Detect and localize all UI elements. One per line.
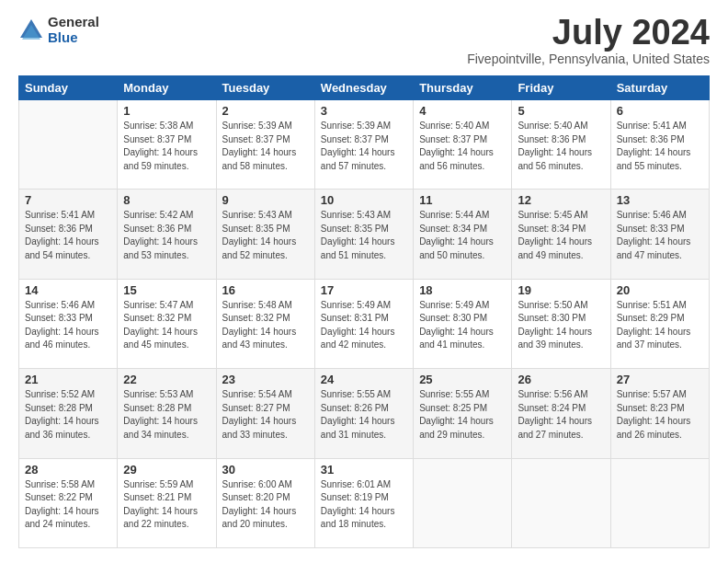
header-day: Monday (118, 76, 216, 100)
day-number: 12 (518, 193, 604, 207)
calendar-cell: 13Sunrise: 5:46 AM Sunset: 8:33 PM Dayli… (610, 190, 709, 279)
day-number: 19 (518, 283, 604, 297)
calendar-cell: 17Sunrise: 5:49 AM Sunset: 8:31 PM Dayli… (314, 279, 413, 368)
title-section: July 2024 Fivepointville, Pennsylvania, … (467, 15, 710, 66)
calendar-cell: 19Sunrise: 5:50 AM Sunset: 8:30 PM Dayli… (512, 279, 610, 368)
calendar: SundayMondayTuesdayWednesdayThursdayFrid… (18, 75, 710, 548)
calendar-cell: 1Sunrise: 5:38 AM Sunset: 8:37 PM Daylig… (118, 100, 216, 190)
calendar-cell: 26Sunrise: 5:56 AM Sunset: 8:24 PM Dayli… (512, 369, 610, 458)
header-day: Tuesday (216, 76, 314, 100)
calendar-cell: 10Sunrise: 5:43 AM Sunset: 8:35 PM Dayli… (314, 190, 413, 279)
day-number: 16 (222, 283, 309, 297)
calendar-cell: 18Sunrise: 5:49 AM Sunset: 8:30 PM Dayli… (414, 279, 512, 368)
day-info: Sunrise: 5:58 AM Sunset: 8:22 PM Dayligh… (25, 478, 111, 532)
day-info: Sunrise: 5:56 AM Sunset: 8:24 PM Dayligh… (518, 388, 604, 442)
day-info: Sunrise: 5:40 AM Sunset: 8:37 PM Dayligh… (419, 120, 506, 173)
day-info: Sunrise: 5:53 AM Sunset: 8:28 PM Dayligh… (123, 388, 210, 442)
calendar-cell (512, 458, 610, 547)
day-number: 28 (25, 463, 111, 477)
day-number: 30 (222, 463, 309, 477)
day-info: Sunrise: 5:52 AM Sunset: 8:28 PM Dayligh… (25, 388, 111, 442)
day-info: Sunrise: 5:54 AM Sunset: 8:27 PM Dayligh… (222, 388, 309, 442)
day-info: Sunrise: 5:47 AM Sunset: 8:32 PM Dayligh… (123, 299, 210, 352)
calendar-cell: 24Sunrise: 5:55 AM Sunset: 8:26 PM Dayli… (314, 369, 413, 458)
calendar-cell (610, 458, 709, 547)
month-title: July 2024 (467, 15, 710, 50)
day-info: Sunrise: 5:49 AM Sunset: 8:30 PM Dayligh… (419, 299, 506, 352)
header: General Blue July 2024 Fivepointville, P… (18, 15, 710, 66)
logo-icon (18, 17, 44, 43)
calendar-cell: 29Sunrise: 5:59 AM Sunset: 8:21 PM Dayli… (118, 458, 216, 547)
calendar-cell: 15Sunrise: 5:47 AM Sunset: 8:32 PM Dayli… (118, 279, 216, 368)
calendar-cell: 21Sunrise: 5:52 AM Sunset: 8:28 PM Dayli… (19, 369, 118, 458)
day-info: Sunrise: 5:43 AM Sunset: 8:35 PM Dayligh… (222, 209, 309, 262)
week-row: 21Sunrise: 5:52 AM Sunset: 8:28 PM Dayli… (19, 369, 710, 458)
day-number: 18 (419, 283, 506, 297)
day-number: 9 (222, 193, 309, 207)
calendar-cell: 5Sunrise: 5:40 AM Sunset: 8:36 PM Daylig… (512, 100, 610, 190)
calendar-cell: 7Sunrise: 5:41 AM Sunset: 8:36 PM Daylig… (19, 190, 118, 279)
header-day: Wednesday (314, 76, 413, 100)
day-info: Sunrise: 5:49 AM Sunset: 8:31 PM Dayligh… (321, 299, 407, 352)
day-info: Sunrise: 5:44 AM Sunset: 8:34 PM Dayligh… (419, 209, 506, 262)
calendar-cell: 31Sunrise: 6:01 AM Sunset: 8:19 PM Dayli… (314, 458, 413, 547)
day-number: 10 (321, 193, 407, 207)
day-number: 8 (123, 193, 210, 207)
day-number: 22 (123, 373, 210, 386)
day-number: 20 (617, 283, 703, 297)
day-number: 27 (617, 373, 703, 386)
location: Fivepointville, Pennsylvania, United Sta… (467, 52, 710, 66)
week-row: 7Sunrise: 5:41 AM Sunset: 8:36 PM Daylig… (19, 190, 710, 279)
day-number: 26 (518, 373, 604, 386)
day-info: Sunrise: 5:46 AM Sunset: 8:33 PM Dayligh… (617, 209, 703, 262)
page: General Blue July 2024 Fivepointville, P… (0, 0, 728, 563)
calendar-cell: 9Sunrise: 5:43 AM Sunset: 8:35 PM Daylig… (216, 190, 314, 279)
calendar-cell: 11Sunrise: 5:44 AM Sunset: 8:34 PM Dayli… (414, 190, 512, 279)
calendar-cell: 6Sunrise: 5:41 AM Sunset: 8:36 PM Daylig… (610, 100, 709, 190)
calendar-cell: 30Sunrise: 6:00 AM Sunset: 8:20 PM Dayli… (216, 458, 314, 547)
day-number: 6 (617, 104, 703, 118)
day-info: Sunrise: 5:46 AM Sunset: 8:33 PM Dayligh… (25, 299, 111, 352)
header-day: Saturday (610, 76, 709, 100)
day-info: Sunrise: 5:50 AM Sunset: 8:30 PM Dayligh… (518, 299, 604, 352)
calendar-cell: 4Sunrise: 5:40 AM Sunset: 8:37 PM Daylig… (414, 100, 512, 190)
day-number: 3 (321, 104, 407, 118)
day-info: Sunrise: 5:39 AM Sunset: 8:37 PM Dayligh… (321, 120, 407, 173)
day-number: 25 (419, 373, 506, 386)
day-info: Sunrise: 5:40 AM Sunset: 8:36 PM Dayligh… (518, 120, 604, 173)
header-day: Friday (512, 76, 610, 100)
day-number: 15 (123, 283, 210, 297)
day-number: 14 (25, 283, 111, 297)
day-info: Sunrise: 5:43 AM Sunset: 8:35 PM Dayligh… (321, 209, 407, 262)
day-number: 21 (25, 373, 111, 386)
calendar-cell: 14Sunrise: 5:46 AM Sunset: 8:33 PM Dayli… (19, 279, 118, 368)
day-info: Sunrise: 5:38 AM Sunset: 8:37 PM Dayligh… (123, 120, 210, 173)
calendar-cell: 8Sunrise: 5:42 AM Sunset: 8:36 PM Daylig… (118, 190, 216, 279)
day-number: 2 (222, 104, 309, 118)
day-number: 11 (419, 193, 506, 207)
day-info: Sunrise: 5:42 AM Sunset: 8:36 PM Dayligh… (123, 209, 210, 262)
day-info: Sunrise: 5:48 AM Sunset: 8:32 PM Dayligh… (222, 299, 309, 352)
day-number: 31 (321, 463, 407, 477)
day-info: Sunrise: 5:39 AM Sunset: 8:37 PM Dayligh… (222, 120, 309, 173)
header-day: Thursday (414, 76, 512, 100)
day-info: Sunrise: 5:41 AM Sunset: 8:36 PM Dayligh… (617, 120, 703, 173)
calendar-cell: 23Sunrise: 5:54 AM Sunset: 8:27 PM Dayli… (216, 369, 314, 458)
day-info: Sunrise: 5:41 AM Sunset: 8:36 PM Dayligh… (25, 209, 111, 262)
day-number: 17 (321, 283, 407, 297)
calendar-cell: 3Sunrise: 5:39 AM Sunset: 8:37 PM Daylig… (314, 100, 413, 190)
calendar-cell (19, 100, 118, 190)
calendar-cell: 2Sunrise: 5:39 AM Sunset: 8:37 PM Daylig… (216, 100, 314, 190)
week-row: 1Sunrise: 5:38 AM Sunset: 8:37 PM Daylig… (19, 100, 710, 190)
logo-text: General Blue (48, 15, 99, 45)
day-number: 5 (518, 104, 604, 118)
calendar-cell (414, 458, 512, 547)
calendar-cell: 16Sunrise: 5:48 AM Sunset: 8:32 PM Dayli… (216, 279, 314, 368)
calendar-cell: 27Sunrise: 5:57 AM Sunset: 8:23 PM Dayli… (610, 369, 709, 458)
calendar-cell: 28Sunrise: 5:58 AM Sunset: 8:22 PM Dayli… (19, 458, 118, 547)
logo-general: General (48, 15, 99, 30)
day-info: Sunrise: 6:01 AM Sunset: 8:19 PM Dayligh… (321, 478, 407, 532)
day-info: Sunrise: 5:51 AM Sunset: 8:29 PM Dayligh… (617, 299, 703, 352)
day-info: Sunrise: 5:57 AM Sunset: 8:23 PM Dayligh… (617, 388, 703, 442)
day-number: 1 (123, 104, 210, 118)
